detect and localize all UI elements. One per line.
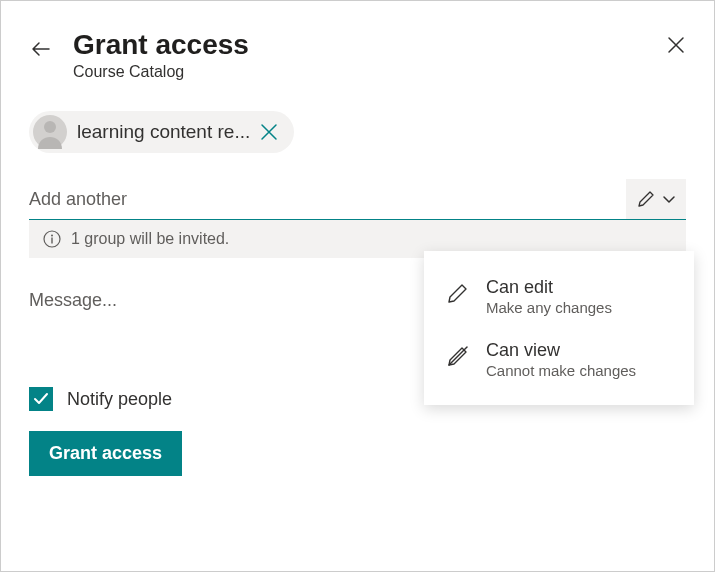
person-icon [33, 115, 67, 149]
close-icon [666, 35, 686, 55]
recipient-chip-label: learning content re... [77, 121, 250, 143]
title-block: Grant access Course Catalog [73, 29, 646, 81]
permission-option-can-edit[interactable]: Can edit Make any changes [424, 265, 694, 328]
notify-people-checkbox[interactable] [29, 387, 53, 411]
close-icon [260, 123, 278, 141]
svg-rect-3 [51, 238, 52, 244]
grant-access-button[interactable]: Grant access [29, 431, 182, 476]
checkmark-icon [32, 390, 50, 408]
chevron-down-icon [662, 192, 676, 206]
notify-people-label: Notify people [67, 389, 172, 410]
info-bar-text: 1 group will be invited. [71, 230, 229, 248]
remove-recipient-button[interactable] [260, 123, 278, 141]
permission-dropdown: Can edit Make any changes Can view Canno… [424, 251, 694, 405]
recipient-chip[interactable]: learning content re... [29, 111, 294, 153]
permission-option-can-view[interactable]: Can view Cannot make changes [424, 328, 694, 391]
pencil-icon [636, 189, 656, 209]
info-icon [43, 230, 61, 248]
permission-option-subtitle: Make any changes [486, 299, 612, 316]
close-button[interactable] [666, 35, 686, 55]
permission-option-title: Can view [486, 340, 636, 361]
arrow-left-icon [29, 37, 53, 61]
add-recipient-input[interactable] [29, 181, 626, 218]
avatar [33, 115, 67, 149]
dialog-subtitle: Course Catalog [73, 63, 646, 81]
dialog-title: Grant access [73, 29, 646, 61]
back-button[interactable] [29, 37, 53, 61]
permission-dropdown-trigger[interactable] [626, 179, 686, 219]
pencil-icon [446, 281, 470, 305]
svg-point-0 [44, 121, 56, 133]
permission-option-subtitle: Cannot make changes [486, 362, 636, 379]
svg-point-2 [51, 235, 53, 237]
permission-option-title: Can edit [486, 277, 612, 298]
selected-recipients: learning content re... [29, 111, 686, 153]
pencil-slash-icon [446, 344, 470, 368]
